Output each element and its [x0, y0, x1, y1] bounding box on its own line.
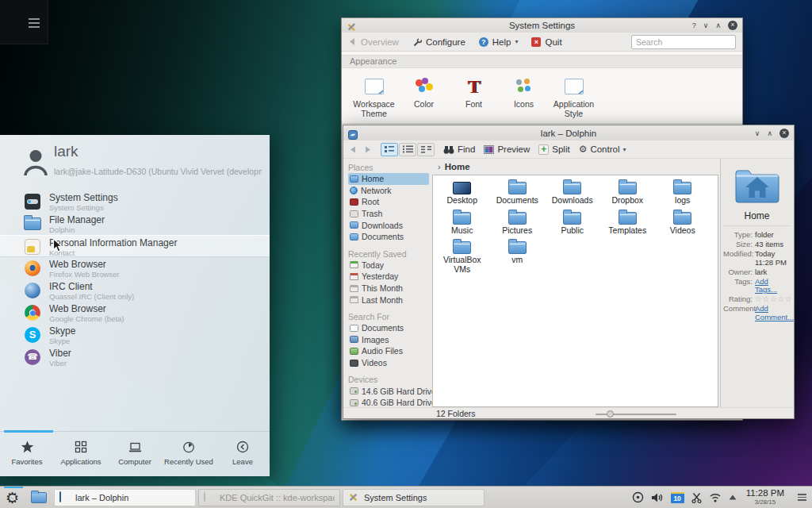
- back-button[interactable]: [349, 145, 358, 154]
- tab-applications[interactable]: Applications: [54, 437, 108, 466]
- tray-expander-icon[interactable]: [729, 495, 737, 500]
- system-settings-titlebar[interactable]: System Settings ? ∨ ∧ ×: [342, 18, 742, 33]
- launcher-item-system-settings[interactable]: System Settings System Settings: [0, 190, 270, 213]
- task-system-settings[interactable]: System Settings: [343, 489, 485, 506]
- split-button[interactable]: + Split: [538, 144, 569, 155]
- mouse-cursor: [52, 238, 63, 256]
- device-drive-1[interactable]: 14.6 GiB Hard Drive: [348, 385, 429, 397]
- folder-item[interactable]: Templates: [600, 208, 656, 236]
- task-quickgit-browser[interactable]: KDE QuickGit :: kde-workspace.git...: [198, 489, 340, 506]
- folder-item[interactable]: VirtualBox VMs: [435, 237, 490, 274]
- tile-application-style[interactable]: Application Style: [551, 75, 596, 118]
- maximize-button[interactable]: ∧: [715, 20, 721, 31]
- minimize-button[interactable]: ∨: [755, 128, 760, 139]
- launcher-item-pim[interactable]: Personal Information Manager Kontact: [0, 235, 270, 257]
- media-disc-icon[interactable]: [632, 491, 644, 503]
- chevron-right-icon: ›: [438, 162, 441, 171]
- place-root[interactable]: Root: [348, 196, 429, 208]
- user-avatar[interactable]: [21, 147, 51, 180]
- forward-button[interactable]: [363, 145, 372, 154]
- folder-item[interactable]: Downloads: [545, 178, 600, 206]
- launcher-item-skype[interactable]: S Skype Skype: [0, 324, 270, 346]
- folder-item[interactable]: logs: [655, 178, 710, 206]
- dolphin-titlebar[interactable]: lark – Dolphin ∨ ∧ ×: [343, 125, 794, 140]
- input-indicator-badge[interactable]: 10: [671, 492, 684, 503]
- place-trash[interactable]: Trash: [348, 208, 429, 220]
- folder-item[interactable]: Pictures: [490, 208, 546, 236]
- desktop-toolbox[interactable]: [0, 0, 48, 44]
- help-icon: ?: [479, 37, 488, 47]
- zoom-slider[interactable]: [596, 414, 676, 415]
- wifi-icon[interactable]: [709, 492, 722, 502]
- info-type-value: folder: [755, 231, 774, 240]
- volume-icon[interactable]: [651, 492, 664, 503]
- tab-recently-used[interactable]: Recently Used: [162, 437, 216, 466]
- search-audio-files[interactable]: Audio Files: [348, 345, 429, 357]
- close-button[interactable]: ×: [779, 129, 789, 138]
- tab-computer[interactable]: Computer: [108, 437, 162, 466]
- breadcrumb[interactable]: › Home: [432, 159, 720, 175]
- details-view-button[interactable]: [399, 143, 416, 156]
- folder-item[interactable]: Dropbox: [600, 178, 656, 206]
- search-documents[interactable]: Documents: [348, 322, 429, 334]
- preview-button[interactable]: Preview: [484, 144, 530, 154]
- folder-item[interactable]: vm: [490, 237, 546, 274]
- folder-item[interactable]: Music: [435, 208, 490, 236]
- add-comment-link[interactable]: Add Comment...: [755, 305, 791, 321]
- task-dolphin[interactable]: lark – Dolphin: [54, 489, 196, 506]
- folder-view[interactable]: Desktop Documents Downloads Dropbox logs…: [432, 175, 718, 407]
- quit-button[interactable]: × Quit: [531, 37, 561, 47]
- zoom-slider-handle[interactable]: [607, 410, 614, 418]
- application-style-icon: [565, 79, 584, 94]
- help-window-button[interactable]: ?: [692, 20, 696, 31]
- place-home[interactable]: Home: [348, 173, 429, 185]
- folder-item[interactable]: Videos: [655, 208, 710, 236]
- device-drive-2[interactable]: 40.6 GiB Hard Drive: [348, 397, 429, 407]
- search-images[interactable]: Images: [348, 334, 429, 346]
- minimize-button[interactable]: ∨: [703, 20, 709, 31]
- place-yesterday[interactable]: Yesterday: [348, 271, 429, 283]
- tile-workspace-theme[interactable]: Workspace Theme: [351, 75, 396, 118]
- breadcrumb-location: Home: [445, 162, 470, 171]
- launcher-item-file-manager[interactable]: File Manager Dolphin: [0, 213, 270, 235]
- rating-stars[interactable]: ☆☆☆☆☆: [755, 295, 791, 304]
- place-today[interactable]: Today: [348, 260, 429, 271]
- find-button[interactable]: Find: [443, 144, 475, 154]
- add-tags-link[interactable]: Add Tags...: [755, 278, 791, 294]
- control-button[interactable]: ⚙ Control ▾: [579, 144, 626, 155]
- launcher-item-viber[interactable]: ☎ Viber Viber: [0, 346, 270, 368]
- place-downloads[interactable]: Downloads: [348, 219, 429, 231]
- dolphin-toolbar: Find Preview + Split ⚙ Control ▾: [343, 140, 794, 159]
- help-button[interactable]: ? Help ▾: [479, 37, 519, 47]
- launcher-item-chrome[interactable]: Web Browser Google Chrome (beta): [0, 302, 270, 324]
- maximize-button[interactable]: ∧: [767, 128, 772, 139]
- tab-favorites[interactable]: Favorites: [0, 437, 54, 466]
- configure-button[interactable]: Configure: [412, 37, 465, 47]
- clipboard-scissors-icon[interactable]: [691, 492, 702, 503]
- panel-toolbox-icon[interactable]: [798, 492, 806, 502]
- compact-view-button[interactable]: [417, 143, 435, 156]
- close-button[interactable]: ×: [728, 21, 737, 30]
- overview-button[interactable]: Overview: [348, 37, 399, 47]
- search-input[interactable]: [631, 35, 736, 49]
- folder-item[interactable]: Public: [545, 208, 600, 236]
- folder-item-desktop[interactable]: Desktop: [435, 178, 490, 206]
- launcher-item-irc[interactable]: IRC Client Quassel IRC (Client only): [0, 279, 270, 302]
- file-manager-launcher-button[interactable]: [27, 487, 51, 508]
- tile-icons[interactable]: Icons: [501, 75, 546, 118]
- active-tab-indicator: [4, 430, 53, 433]
- tile-font[interactable]: T Font: [451, 75, 496, 118]
- place-documents[interactable]: Documents: [348, 231, 429, 243]
- tile-color[interactable]: Color: [401, 75, 446, 118]
- icons-view-button[interactable]: [381, 143, 398, 156]
- digital-clock[interactable]: 11:28 PM 3/28/15: [746, 489, 784, 506]
- viber-icon: ☎: [25, 349, 40, 365]
- tab-leave[interactable]: Leave: [216, 437, 270, 466]
- application-launcher-button[interactable]: ⚙K: [0, 487, 27, 508]
- search-videos[interactable]: Videos: [348, 357, 429, 369]
- launcher-item-firefox[interactable]: Web Browser Firefox Web Browser: [0, 257, 270, 279]
- place-this-month[interactable]: This Month: [348, 283, 429, 294]
- place-network[interactable]: Network: [348, 185, 429, 197]
- place-last-month[interactable]: Last Month: [348, 294, 429, 306]
- folder-item[interactable]: Documents: [490, 178, 546, 206]
